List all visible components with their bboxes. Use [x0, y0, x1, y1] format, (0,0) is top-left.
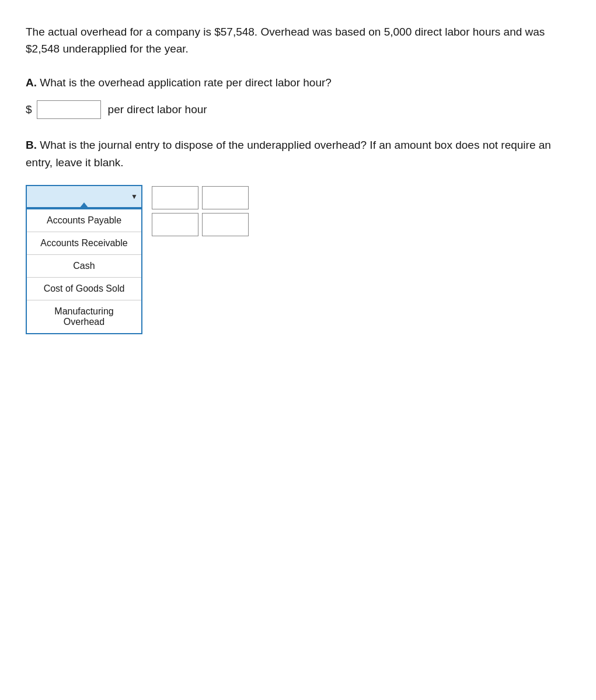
list-item-manufacturing-overhead[interactable]: Manufacturing Overhead [27, 300, 141, 333]
question-b-text: B. What is the journal entry to dispose … [26, 136, 570, 171]
credit-input-1[interactable] [202, 186, 249, 209]
answer-row-a: $ per direct labor hour [26, 100, 570, 119]
per-label: per direct labor hour [108, 103, 207, 116]
question-a-label: A. [26, 76, 37, 89]
debit-input-2[interactable] [152, 213, 198, 236]
dollar-sign: $ [26, 103, 32, 116]
overhead-rate-input[interactable] [37, 100, 101, 119]
account-dropdown-container: Accounts Payable Accounts Receivable Cas… [26, 185, 142, 208]
list-item-accounts-payable[interactable]: Accounts Payable [27, 209, 141, 232]
dropdown-up-arrow-icon [79, 202, 89, 208]
question-a-text: A. What is the overhead application rate… [26, 76, 332, 89]
credit-input-2[interactable] [202, 213, 249, 236]
debit-credit-grid [152, 186, 249, 236]
list-item-cost-of-goods-sold[interactable]: Cost of Goods Sold [27, 278, 141, 300]
list-item-cash[interactable]: Cash [27, 255, 141, 278]
journal-entry-area: Accounts Payable Accounts Receivable Cas… [26, 185, 570, 236]
question-b-label: B. [26, 139, 37, 151]
intro-paragraph: The actual overhead for a company is $57… [26, 23, 570, 58]
dropdown-open-list: Accounts Payable Accounts Receivable Cas… [26, 208, 142, 334]
question-b-block: B. What is the journal entry to dispose … [26, 136, 570, 236]
question-b-body: What is the journal entry to dispose of … [26, 139, 551, 168]
list-item-accounts-receivable[interactable]: Accounts Receivable [27, 232, 141, 255]
debit-input-1[interactable] [152, 186, 198, 209]
question-a-body: What is the overhead application rate pe… [37, 76, 332, 89]
question-a-block: A. What is the overhead application rate… [26, 74, 570, 119]
